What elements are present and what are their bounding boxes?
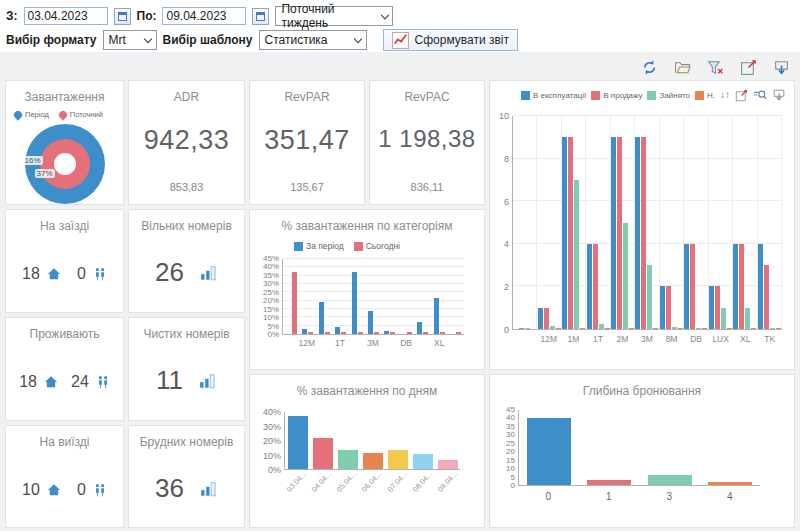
clean-rooms-value-row: 11 <box>129 365 244 396</box>
x-tick-label <box>348 338 365 348</box>
report-chart-icon <box>392 32 409 49</box>
bar <box>574 180 579 329</box>
x-tick-label: 03.04... <box>284 476 309 486</box>
bar-stats-icon <box>199 372 217 390</box>
y-tick-label: 15% <box>263 306 279 314</box>
bar <box>648 475 692 485</box>
donut-hole <box>54 153 76 175</box>
sort-icon[interactable]: ↓↑ <box>720 90 730 100</box>
open-icon[interactable] <box>674 59 691 76</box>
y-tick-label: 8 <box>504 154 509 163</box>
bar <box>776 328 781 329</box>
rooms-by-category-chart: В експлуатаціїВ продажуЗайнятоН. ↓↑ 0246… <box>489 80 795 370</box>
y-tick-label: 0% <box>268 466 281 475</box>
chart-title: % завантаження по категоріям <box>250 219 484 233</box>
legend-item-current[interactable]: Поточний <box>59 110 103 119</box>
bar-group <box>660 116 684 329</box>
bar <box>562 137 567 329</box>
y-tick-label: 35% <box>263 272 279 280</box>
rooms-count: 18 <box>19 373 37 391</box>
legend-item-period[interactable]: Період <box>14 110 49 119</box>
bar-group <box>562 116 586 329</box>
x-tick-label: 07.04... <box>385 476 410 486</box>
dashboard-screen: З: По: Поточний тиждень Вибір формату Mr… <box>0 0 800 531</box>
legend-item[interactable]: Сьогодні <box>354 241 400 251</box>
bar <box>358 332 363 334</box>
kpi-value: 1 198,38 <box>370 125 484 153</box>
expand-icon[interactable] <box>735 89 748 102</box>
bar <box>587 244 592 329</box>
rooms-pair: 18 <box>22 265 61 283</box>
expand-icon[interactable] <box>740 59 757 76</box>
staying-values: 18 24 <box>6 373 123 391</box>
bar <box>440 332 445 334</box>
zoom-icon[interactable] <box>753 88 767 102</box>
export-icon[interactable] <box>772 88 786 102</box>
clear-filter-icon[interactable] <box>707 59 724 76</box>
export-icon[interactable] <box>773 59 790 76</box>
chevron-down-icon <box>381 10 389 18</box>
from-calendar-button[interactable] <box>114 8 131 25</box>
x-tick-label: 06.04... <box>359 476 384 486</box>
template-select[interactable]: Статистика <box>259 30 367 50</box>
bar <box>721 308 726 329</box>
x-tick-label: 09.04... <box>435 476 460 486</box>
y-tick-label: 35 <box>506 423 515 431</box>
format-select[interactable]: Mrt <box>103 30 157 50</box>
donut-legend: Період Поточний <box>14 110 123 119</box>
bar <box>434 298 439 334</box>
bar-group <box>316 259 332 334</box>
template-label: Вибір шаблону <box>163 33 253 47</box>
bar <box>708 482 752 485</box>
legend-item[interactable]: За період <box>294 241 344 251</box>
y-tick-label: 20 <box>506 448 515 456</box>
bar <box>727 328 732 329</box>
bar <box>417 322 422 334</box>
bar-group <box>586 116 610 329</box>
x-tick-label: 1M <box>561 334 586 344</box>
period-select[interactable]: Поточний тиждень <box>275 6 393 26</box>
legend-label: Сьогодні <box>366 241 400 251</box>
bar-group <box>513 116 537 329</box>
guests-icon <box>93 483 107 497</box>
free-rooms-card: Вільних номерів 26 <box>128 209 245 313</box>
legend-item[interactable]: В продажу <box>591 91 642 100</box>
card-title: RevPAR <box>250 90 364 104</box>
bar <box>623 223 628 330</box>
bar <box>390 332 395 334</box>
bar <box>325 332 330 334</box>
bar <box>341 332 346 334</box>
x-tick-label: 04.04... <box>309 476 334 486</box>
legend-item[interactable]: В експлуатації <box>521 91 586 100</box>
guests-pair: 0 <box>77 265 107 283</box>
y-tick-label: 5 <box>511 474 515 482</box>
plot-area <box>282 259 464 335</box>
x-tick-label: LUX <box>708 334 733 344</box>
chevron-down-icon <box>143 34 151 42</box>
bar-groups <box>283 259 464 334</box>
to-calendar-button[interactable] <box>252 8 269 25</box>
from-date-input[interactable] <box>24 7 108 25</box>
bar <box>313 438 333 469</box>
bar <box>568 137 573 329</box>
x-tick-label: 1T <box>332 338 349 348</box>
to-date-input[interactable] <box>162 7 246 25</box>
guests-count: 24 <box>71 373 89 391</box>
refresh-icon[interactable] <box>641 59 658 76</box>
x-axis: 0134 <box>518 491 760 502</box>
x-axis: 03.04...04.04...05.04...06.04...07.04...… <box>284 476 460 486</box>
y-tick-label: 40 <box>506 414 515 422</box>
legend-item[interactable]: Зайнято <box>647 91 690 100</box>
booking-depth-chart: Глибина бронювання 051015202530354045 01… <box>489 374 795 528</box>
x-tick-label <box>381 338 398 348</box>
bar <box>544 308 549 329</box>
legend-label: В продажу <box>603 91 642 100</box>
staying-card: Проживають 18 24 <box>5 317 124 421</box>
chart-header: В експлуатаціїВ продажуЗайнятоН. ↓↑ <box>490 81 794 102</box>
generate-report-button[interactable]: Сформувати звіт <box>383 29 519 51</box>
legend-item[interactable]: Н. <box>695 91 715 100</box>
bar <box>580 328 585 329</box>
revpar-card: RevPAR 351,47 135,67 <box>249 80 365 205</box>
plot-column: 12M1M1T2M3M8MDBLUXXLTK <box>512 116 794 344</box>
x-tick-label: 2M <box>610 334 635 344</box>
